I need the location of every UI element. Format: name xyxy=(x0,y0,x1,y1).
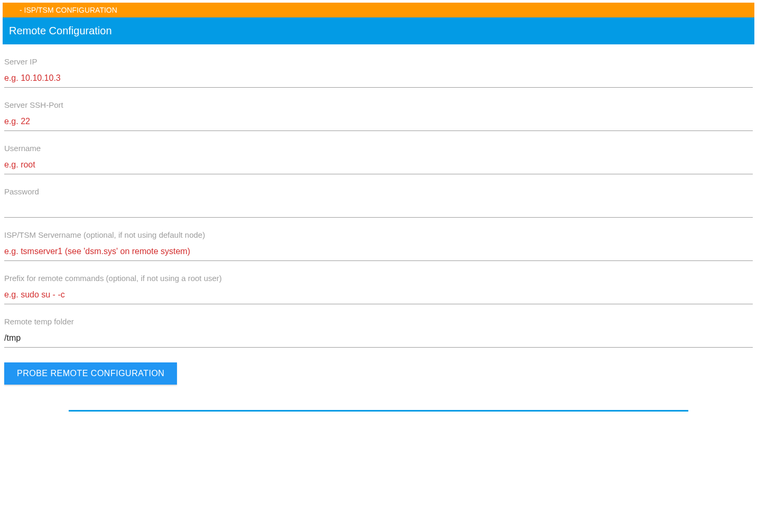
section-header: Remote Configuration xyxy=(3,17,754,44)
servername-label: ISP/TSM Servername (optional, if not usi… xyxy=(4,230,753,239)
username-input[interactable] xyxy=(4,157,753,174)
section-header-title: Remote Configuration xyxy=(9,25,112,36)
server-ssh-port-label: Server SSH-Port xyxy=(4,100,753,109)
password-group: Password xyxy=(4,187,753,218)
temp-folder-label: Remote temp folder xyxy=(4,317,753,326)
server-ip-input[interactable] xyxy=(4,70,753,88)
form-container: Server IP Server SSH-Port Username Passw… xyxy=(0,57,757,385)
server-ssh-port-input[interactable] xyxy=(4,114,753,131)
top-bar: - ISP/TSM CONFIGURATION xyxy=(3,3,754,17)
server-ip-group: Server IP xyxy=(4,57,753,88)
servername-input[interactable] xyxy=(4,244,753,261)
servername-group: ISP/TSM Servername (optional, if not usi… xyxy=(4,230,753,261)
prefix-input[interactable] xyxy=(4,287,753,304)
probe-button[interactable]: PROBE REMOTE CONFIGURATION xyxy=(4,362,177,385)
username-label: Username xyxy=(4,144,753,153)
server-ssh-port-group: Server SSH-Port xyxy=(4,100,753,131)
password-input[interactable] xyxy=(4,200,753,218)
prefix-group: Prefix for remote commands (optional, if… xyxy=(4,274,753,304)
server-ip-label: Server IP xyxy=(4,57,753,66)
username-group: Username xyxy=(4,144,753,174)
password-label: Password xyxy=(4,187,753,196)
temp-folder-input[interactable] xyxy=(4,330,753,348)
temp-folder-group: Remote temp folder xyxy=(4,317,753,348)
top-bar-title: - ISP/TSM CONFIGURATION xyxy=(20,6,117,14)
bottom-divider xyxy=(69,410,688,412)
prefix-label: Prefix for remote commands (optional, if… xyxy=(4,274,753,283)
